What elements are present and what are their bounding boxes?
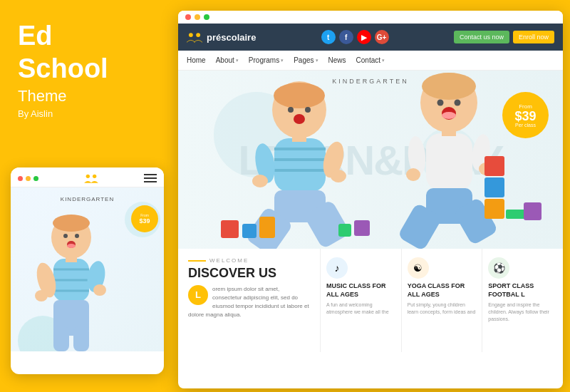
mobile-menu-icon[interactable] bbox=[144, 174, 157, 182]
svg-rect-43 bbox=[354, 220, 370, 236]
facebook-icon[interactable]: f bbox=[339, 30, 353, 44]
nav-pages[interactable]: Pages ▾ bbox=[294, 56, 318, 64]
svg-point-25 bbox=[305, 107, 311, 113]
svg-rect-19 bbox=[73, 326, 89, 351]
svg-rect-59 bbox=[484, 199, 504, 219]
welcome-label: WELCOME bbox=[188, 257, 310, 264]
classes-section: ♪ MUSIC CLASS FOR ALL AGES A fun and wel… bbox=[321, 249, 563, 352]
svg-point-4 bbox=[63, 234, 68, 238]
music-icon: ♪ bbox=[335, 262, 340, 274]
sport-class-desc: Engage and inspire the children. Always … bbox=[488, 301, 557, 322]
svg-rect-12 bbox=[66, 255, 77, 262]
title-line1: Ed bbox=[18, 21, 153, 51]
svg-point-15 bbox=[35, 290, 48, 301]
svg-point-34 bbox=[252, 175, 268, 187]
welcome-section: WELCOME DISCOVER US L orem ipsum dolor s… bbox=[178, 249, 321, 352]
mobile-price: $39 bbox=[139, 217, 150, 225]
mobile-window-controls bbox=[18, 176, 38, 181]
yoga-class-title: YOGA CLASS FOR ALL AGES bbox=[408, 282, 477, 299]
youtube-icon[interactable]: ▶ bbox=[357, 30, 371, 44]
mobile-dot-yellow bbox=[26, 176, 31, 181]
yoga-class-item: ☯ YOGA CLASS FOR ALL AGES Put simply, yo… bbox=[402, 249, 483, 352]
svg-point-20 bbox=[189, 33, 193, 37]
navbar-brand: préscolaire bbox=[187, 31, 256, 43]
desktop-bottom-section: WELCOME DISCOVER US L orem ipsum dolor s… bbox=[178, 249, 563, 352]
welcome-initial: L bbox=[188, 285, 208, 305]
nav-home[interactable]: Home bbox=[187, 56, 206, 64]
nav-contact[interactable]: Contact ▾ bbox=[356, 56, 385, 64]
nav-news[interactable]: News bbox=[328, 56, 346, 64]
welcome-title: DISCOVER US bbox=[188, 267, 310, 281]
svg-point-16 bbox=[93, 284, 106, 296]
mobile-header bbox=[11, 167, 164, 187]
svg-point-45 bbox=[422, 73, 476, 100]
svg-rect-50 bbox=[426, 133, 472, 190]
svg-rect-39 bbox=[221, 220, 239, 238]
svg-rect-51 bbox=[442, 129, 456, 136]
contact-button[interactable]: Contact us now bbox=[454, 31, 509, 43]
sport-icon-circle: ⚽ bbox=[488, 257, 509, 279]
yoga-icon-circle: ☯ bbox=[408, 257, 429, 279]
sport-class-title: SPORT CLASS FOOTBAL L bbox=[488, 282, 557, 299]
svg-rect-61 bbox=[484, 156, 504, 176]
navbar-buttons: Contact us now Enroll now bbox=[454, 31, 554, 43]
desktop-window-controls bbox=[178, 11, 563, 24]
svg-point-24 bbox=[288, 107, 294, 113]
desktop-hero: KINDERGARTEN LEARN&PLAY From $39 Per cla… bbox=[178, 71, 563, 249]
theme-label: Theme bbox=[18, 87, 153, 105]
sport-class-item: ⚽ SPORT CLASS FOOTBAL L Engage and inspi… bbox=[482, 249, 563, 352]
yoga-class-desc: Put simply, young children learn concept… bbox=[408, 301, 477, 316]
mobile-hero: KINDERGARTEN From $39 bbox=[11, 187, 164, 351]
google-plus-icon[interactable]: G+ bbox=[375, 30, 389, 44]
desktop-dot-yellow bbox=[195, 14, 200, 20]
brand-icon bbox=[187, 31, 202, 43]
svg-point-21 bbox=[196, 33, 200, 37]
svg-point-46 bbox=[437, 100, 444, 106]
music-class-title: MUSIC CLASS FOR ALL AGES bbox=[326, 282, 395, 299]
svg-point-26 bbox=[294, 114, 305, 124]
desktop-mockup: préscolaire t f ▶ G+ Contact us now Enro… bbox=[178, 11, 563, 388]
hero-kindergarten-label: KINDERGARTEN bbox=[332, 78, 408, 85]
desktop-dot-green bbox=[204, 14, 209, 20]
svg-point-35 bbox=[331, 170, 346, 182]
desktop-navbar: préscolaire t f ▶ G+ Contact us now Enro… bbox=[178, 24, 563, 51]
svg-point-0 bbox=[86, 175, 90, 178]
nav-about[interactable]: About ▾ bbox=[216, 56, 239, 64]
svg-point-1 bbox=[93, 175, 96, 178]
svg-point-47 bbox=[455, 100, 461, 106]
svg-rect-18 bbox=[53, 326, 69, 351]
nav-programs[interactable]: Programs ▾ bbox=[249, 56, 284, 64]
svg-point-49 bbox=[442, 112, 456, 119]
yoga-icon: ☯ bbox=[413, 262, 423, 274]
welcome-line-decoration bbox=[188, 260, 206, 262]
svg-rect-27 bbox=[274, 138, 326, 192]
app-title: Ed School Theme By Aislin bbox=[18, 21, 153, 119]
brand-name: préscolaire bbox=[207, 32, 256, 43]
left-panel: Ed School Theme By Aislin KINDERGART bbox=[0, 0, 171, 392]
hero-price-badge: From $39 Per class bbox=[502, 92, 549, 138]
desktop-nav-menu: Home About ▾ Programs ▾ Pages ▾ News Con… bbox=[178, 51, 563, 71]
enroll-button[interactable]: Enroll now bbox=[513, 31, 554, 43]
desktop-dot-red bbox=[185, 14, 191, 20]
mobile-kindergarten-label: KINDERGARTEN bbox=[61, 196, 114, 202]
svg-rect-31 bbox=[292, 135, 306, 142]
svg-rect-41 bbox=[259, 217, 275, 238]
mobile-price-badge: From $39 bbox=[131, 205, 158, 232]
svg-rect-42 bbox=[338, 224, 351, 237]
twitter-icon[interactable]: t bbox=[321, 30, 336, 44]
welcome-text-block: L orem ipsum dolor sit amet, consectetur… bbox=[188, 285, 310, 319]
hero-children-illustration bbox=[207, 71, 549, 249]
svg-rect-63 bbox=[524, 202, 542, 220]
music-class-desc: A fun and welcoming atmosphere we make a… bbox=[326, 301, 395, 316]
hero-price-per: Per class bbox=[515, 123, 536, 128]
svg-rect-60 bbox=[484, 177, 504, 197]
svg-rect-40 bbox=[242, 224, 256, 238]
mobile-logo-icon bbox=[84, 173, 98, 183]
mobile-dot-red bbox=[18, 176, 23, 181]
sport-icon: ⚽ bbox=[493, 262, 505, 274]
music-class-item: ♪ MUSIC CLASS FOR ALL AGES A fun and wel… bbox=[321, 249, 402, 352]
svg-point-3 bbox=[53, 215, 90, 232]
svg-point-5 bbox=[75, 234, 79, 238]
svg-point-7 bbox=[67, 244, 76, 248]
hero-price: $39 bbox=[514, 110, 536, 123]
